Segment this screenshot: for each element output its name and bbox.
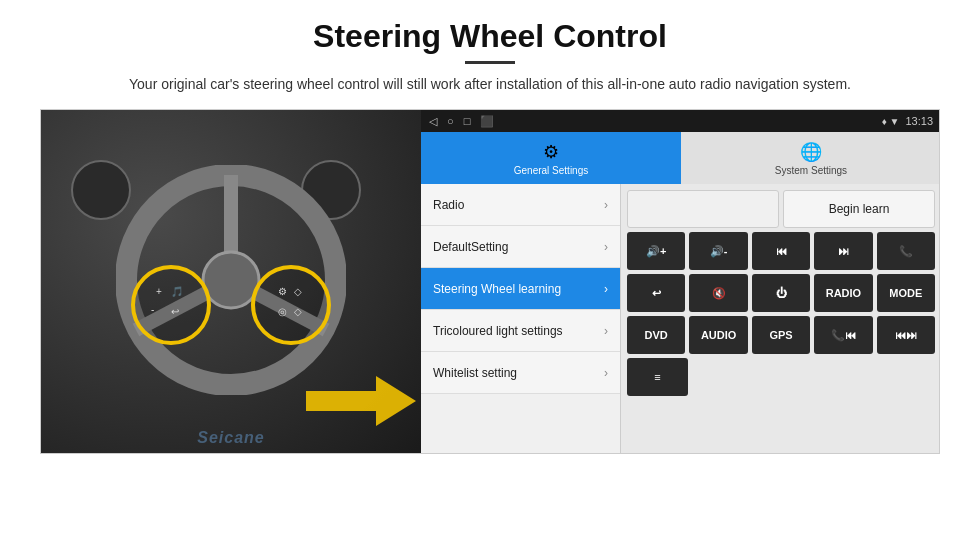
clock-display: 13:13 (905, 115, 933, 127)
radio-button[interactable]: RADIO (814, 274, 872, 312)
svg-point-4 (203, 252, 259, 308)
status-bar-nav-icons: ◁ ○ □ ⬛ (429, 115, 494, 128)
svg-marker-15 (306, 376, 416, 426)
system-settings-icon: 🌐 (800, 141, 822, 163)
svg-text:↩: ↩ (171, 306, 179, 317)
steering-wheel-image: + - 🎵 ↩ ⚙ ◎ ◇ ◇ Seicane (41, 110, 421, 454)
recent-icon: □ (464, 115, 471, 128)
menu-item-steering-label: Steering Wheel learning (433, 282, 561, 296)
svg-point-6 (253, 267, 329, 343)
chevron-icon: › (604, 240, 608, 254)
prev-track-icon: ⏮ (776, 245, 787, 257)
page-wrapper: Steering Wheel Control Your original car… (0, 0, 980, 464)
menu-item-default-setting[interactable]: DefaultSetting › (421, 226, 620, 268)
tab-general-settings-label: General Settings (514, 165, 589, 176)
menu-item-radio-label: Radio (433, 198, 464, 212)
dvd-label: DVD (645, 329, 668, 341)
status-bar: ◁ ○ □ ⬛ ♦ ▼ 13:13 (421, 110, 940, 132)
chevron-icon-active: › (604, 282, 608, 296)
power-button[interactable]: ⏻ (752, 274, 810, 312)
volume-down-button[interactable]: 🔊- (689, 232, 747, 270)
list-button[interactable]: ≡ (627, 358, 688, 396)
menu-item-steering-wheel[interactable]: Steering Wheel learning › (421, 268, 620, 310)
begin-learn-button[interactable]: Begin learn (783, 190, 935, 228)
radio-label: RADIO (826, 287, 861, 299)
menu-item-radio[interactable]: Radio › (421, 184, 620, 226)
audio-button[interactable]: AUDIO (689, 316, 747, 354)
phone-button[interactable]: 📞 (877, 232, 935, 270)
dvd-button[interactable]: DVD (627, 316, 685, 354)
phone-prev-icon: 📞⏮ (831, 329, 856, 342)
status-bar-right: ♦ ▼ 13:13 (882, 115, 933, 127)
mode-label: MODE (889, 287, 922, 299)
page-title: Steering Wheel Control (40, 18, 940, 55)
main-area: Radio › DefaultSetting › Steering Wheel … (421, 184, 940, 454)
gps-button[interactable]: GPS (752, 316, 810, 354)
prev-next-icon: ⏮⏭ (895, 329, 917, 341)
phone-icon: 📞 (899, 245, 913, 258)
svg-text:◎: ◎ (278, 306, 287, 317)
mute-icon: 🔇 (712, 287, 726, 300)
prev-track-button[interactable]: ⏮ (752, 232, 810, 270)
volume-up-icon: 🔊+ (646, 245, 666, 258)
chevron-icon: › (604, 198, 608, 212)
home-icon: ○ (447, 115, 454, 128)
menu-item-whitelist[interactable]: Whitelist setting › (421, 352, 620, 394)
wifi-icon: ♦ ▼ (882, 116, 900, 127)
next-track-button[interactable]: ⏭ (814, 232, 872, 270)
back-icon: ◁ (429, 115, 437, 128)
svg-text:+: + (156, 286, 162, 297)
tab-bar: ⚙ General Settings 🌐 System Settings (421, 132, 940, 184)
control-row-4: ≡ (627, 358, 935, 396)
next-track-icon: ⏭ (838, 245, 849, 257)
general-settings-icon: ⚙ (543, 141, 559, 163)
svg-text:⚙: ⚙ (278, 286, 287, 297)
tab-general-settings[interactable]: ⚙ General Settings (421, 132, 681, 184)
page-subtitle: Your original car's steering wheel contr… (40, 74, 940, 95)
tab-system-settings[interactable]: 🌐 System Settings (681, 132, 940, 184)
menu-list: Radio › DefaultSetting › Steering Wheel … (421, 184, 621, 454)
menu-item-default-label: DefaultSetting (433, 240, 508, 254)
audio-label: AUDIO (701, 329, 736, 341)
radio-empty-box (627, 190, 779, 228)
menu-icon: ⬛ (480, 115, 494, 128)
chevron-icon: › (604, 324, 608, 338)
volume-up-button[interactable]: 🔊+ (627, 232, 685, 270)
control-row-1: 🔊+ 🔊- ⏮ ⏭ 📞 (627, 232, 935, 270)
watermark: Seicane (197, 429, 264, 447)
power-icon: ⏻ (776, 287, 787, 299)
menu-item-tricoloured[interactable]: Tricoloured light settings › (421, 310, 620, 352)
tab-system-settings-label: System Settings (775, 165, 847, 176)
title-divider (465, 61, 515, 64)
mute-button[interactable]: 🔇 (689, 274, 747, 312)
begin-learn-label: Begin learn (829, 202, 890, 216)
svg-text:🎵: 🎵 (171, 285, 184, 298)
back-button[interactable]: ↩ (627, 274, 685, 312)
svg-text:-: - (151, 304, 154, 315)
svg-text:◇: ◇ (294, 306, 302, 317)
arrow-indicator (306, 366, 416, 440)
svg-text:◇: ◇ (294, 286, 302, 297)
menu-item-tricoloured-label: Tricoloured light settings (433, 324, 563, 338)
menu-item-whitelist-label: Whitelist setting (433, 366, 517, 380)
steering-wheel: + - 🎵 ↩ ⚙ ◎ ◇ ◇ (116, 165, 346, 399)
svg-point-5 (133, 267, 209, 343)
headunit-display: ◁ ○ □ ⬛ ♦ ▼ 13:13 ⚙ General Settings 🌐 (421, 110, 940, 454)
control-row-2: ↩ 🔇 ⏻ RADIO MODE (627, 274, 935, 312)
radio-row: Begin learn (627, 190, 935, 228)
phone-prev-button[interactable]: 📞⏮ (814, 316, 872, 354)
volume-down-icon: 🔊- (710, 245, 728, 258)
chevron-icon: › (604, 366, 608, 380)
prev-next-button[interactable]: ⏮⏭ (877, 316, 935, 354)
mode-button[interactable]: MODE (877, 274, 935, 312)
content-area: + - 🎵 ↩ ⚙ ◎ ◇ ◇ Seicane (40, 109, 940, 454)
control-row-3: DVD AUDIO GPS 📞⏮ ⏮⏭ (627, 316, 935, 354)
back-call-icon: ↩ (652, 287, 661, 300)
gps-label: GPS (769, 329, 792, 341)
control-panel: Begin learn 🔊+ 🔊- ⏮ (621, 184, 940, 454)
list-icon: ≡ (654, 371, 660, 383)
